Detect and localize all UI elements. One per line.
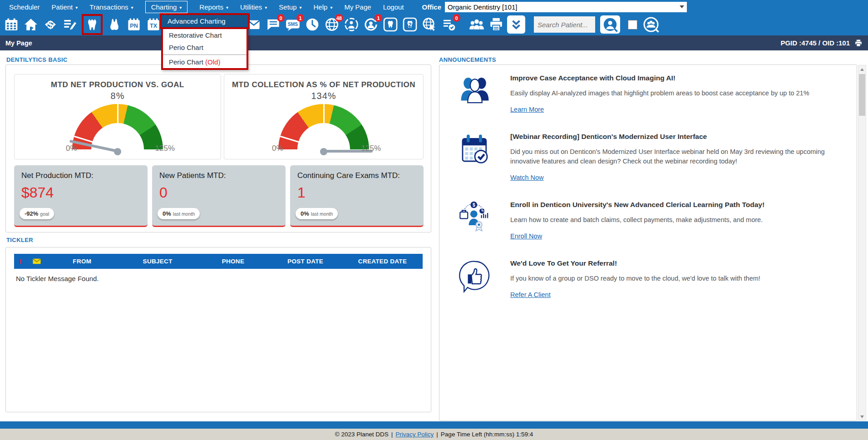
tooth-2-icon[interactable]: 2 — [401, 16, 419, 33]
announcement-title: We'd Love To Get Your Referral! — [510, 259, 828, 267]
sms-icon[interactable]: SMS 1 — [284, 16, 301, 33]
menu-scheduler[interactable]: Scheduler — [9, 3, 40, 11]
menu-help[interactable]: Help▾ — [314, 3, 333, 11]
column-from: FROM — [47, 258, 118, 265]
menu-reports[interactable]: Reports▾ — [199, 3, 228, 11]
thumbs-up-icon — [455, 259, 495, 299]
stat-badge: 0% last month — [158, 208, 200, 219]
gauge-max-label: 125% — [361, 144, 381, 153]
chevron-down-icon: ▾ — [75, 5, 78, 10]
search-patient-button[interactable] — [600, 15, 620, 34]
watch-now-link[interactable]: Watch Now — [510, 174, 544, 181]
annotation-box-dropdown-body: Restorative Chart Perio Chart Perio Char… — [161, 27, 248, 70]
stat-badge-value: -92% — [25, 210, 38, 217]
tooth-charting-icon[interactable] — [84, 16, 101, 33]
dropdown-divider — [163, 54, 247, 55]
people-group-icon[interactable] — [468, 16, 485, 33]
menu-label: Help — [314, 3, 328, 11]
task-list-icon[interactable]: 0 — [440, 16, 458, 33]
collapse-toolbar-button[interactable] — [507, 15, 525, 34]
chevron-down-icon: ▾ — [131, 5, 133, 10]
top-menu-bar: Scheduler Patient▾ Transactions▾ Chartin… — [0, 0, 868, 14]
perio-old-suffix: (Old) — [205, 58, 220, 66]
clock-icon[interactable] — [304, 16, 321, 33]
scrollbar-thumb[interactable] — [859, 74, 865, 116]
gauge-arc — [278, 104, 369, 149]
menu-charting[interactable]: Charting▾ — [145, 1, 188, 13]
announcement-item: Improve Case Acceptance with Cloud Imagi… — [455, 74, 845, 114]
scheduler-calendar-icon[interactable] — [3, 16, 20, 33]
menu-patient[interactable]: Patient▾ — [52, 3, 78, 11]
menu-label: Scheduler — [9, 3, 40, 11]
page-title: My Page — [5, 40, 32, 47]
home-icon[interactable] — [22, 16, 39, 33]
print-page-icon[interactable] — [854, 39, 863, 47]
announcement-title: Enroll in Denticon University's New Adva… — [510, 201, 828, 209]
column-phone: PHONE — [198, 258, 269, 265]
menu-label: Reports — [199, 3, 223, 11]
stat-badge-suffix: goal — [40, 211, 49, 217]
stat-net-production: Net Production MTD: $874 -92% goal — [14, 165, 148, 227]
tickler-empty-message: No Tickler Message Found. — [16, 275, 99, 282]
column-created-date: CREATED DATE — [342, 258, 423, 265]
dropdown-item-advanced-charting[interactable]: Advanced Charting — [162, 15, 248, 27]
scrollbar-down-arrow[interactable] — [858, 413, 866, 420]
patient-circle-icon[interactable] — [343, 16, 360, 33]
sms-badge: 1 — [296, 14, 304, 22]
printer-icon[interactable] — [488, 16, 505, 33]
stat-new-patients: New Patients MTD: 0 0% last month — [152, 165, 286, 227]
footer: © 2023 Planet DDS | Privacy Policy | Pag… — [0, 429, 868, 440]
privacy-policy-link[interactable]: Privacy Policy — [395, 431, 434, 438]
learn-more-link[interactable]: Learn More — [510, 106, 544, 113]
stat-label: New Patients MTD: — [159, 171, 278, 180]
pn-glyph: PN — [130, 23, 138, 29]
announcements-scrollbar[interactable] — [858, 65, 866, 421]
stat-label: Continuing Care Exams MTD: — [297, 171, 416, 180]
tooth-box-icon[interactable] — [382, 16, 399, 33]
charting-dropdown-menu: Advanced Charting Restorative Chart Peri… — [160, 13, 250, 70]
menu-utilities[interactable]: Utilities▾ — [240, 3, 267, 11]
task-list-badge: 0 — [453, 14, 460, 22]
people-group-icon — [455, 74, 495, 114]
stat-badge-value: 0% — [301, 210, 309, 217]
chevron-down-icon: ▾ — [265, 5, 267, 10]
globe-patients-icon[interactable]: 48 — [323, 16, 340, 33]
chat-message-icon[interactable]: 0 — [265, 16, 282, 33]
dropdown-item-perio-chart[interactable]: Perio Chart — [163, 41, 247, 54]
scrollbar-up-arrow[interactable] — [858, 65, 866, 73]
menu-logout[interactable]: Logout — [383, 3, 404, 11]
enroll-now-link[interactable]: Enroll Now — [510, 232, 542, 240]
search-patient-input[interactable] — [534, 16, 595, 33]
office-select[interactable]: Organic Dentistry [101] — [445, 2, 687, 12]
charting-annotation-box — [82, 14, 103, 35]
office-select-value: Organic Dentistry [101] — [448, 3, 517, 11]
gauge-max-label: 125% — [155, 144, 175, 153]
announcement-title: Improve Case Acceptance with Cloud Imagi… — [510, 74, 828, 82]
refer-a-client-link[interactable]: Refer A Client — [510, 291, 551, 298]
gauge-value: 8% — [15, 91, 221, 101]
dropdown-item-restorative-chart[interactable]: Restorative Chart — [163, 29, 247, 41]
search-scope-checkbox[interactable] — [628, 20, 637, 30]
globe-badge: 48 — [335, 14, 343, 22]
announcement-body: Did you miss out on Denticon's Modernize… — [510, 147, 828, 166]
announcement-item: [Webinar Recording] Denticon's Modernize… — [455, 133, 845, 182]
announcement-body: If you know of a group or DSO ready to m… — [510, 274, 828, 283]
progress-notes-icon[interactable]: PN — [125, 16, 143, 33]
people-search-icon[interactable] — [642, 16, 660, 33]
menu-setup[interactable]: Setup▾ — [279, 3, 301, 11]
molar-icon[interactable] — [106, 16, 123, 33]
select-caret-icon — [680, 5, 684, 8]
dropdown-item-perio-chart-old[interactable]: Perio Chart (Old) — [163, 56, 247, 68]
transactions-dollar-icon[interactable]: $ — [42, 16, 59, 33]
patient-recall-icon[interactable]: 1 — [362, 16, 380, 33]
edit-list-icon[interactable] — [61, 16, 79, 33]
stat-value: $874 — [21, 184, 140, 201]
dollar-glyph: $ — [47, 19, 54, 31]
globe-cursor-icon[interactable] — [421, 16, 438, 33]
menu-label: Patient — [52, 3, 73, 11]
menu-transactions[interactable]: Transactions▾ — [89, 3, 133, 11]
stat-badge: 0% last month — [296, 208, 338, 219]
stat-label: Net Production MTD: — [21, 171, 140, 180]
gauge-value: 134% — [224, 91, 423, 101]
menu-my-page[interactable]: My Page — [344, 3, 371, 11]
